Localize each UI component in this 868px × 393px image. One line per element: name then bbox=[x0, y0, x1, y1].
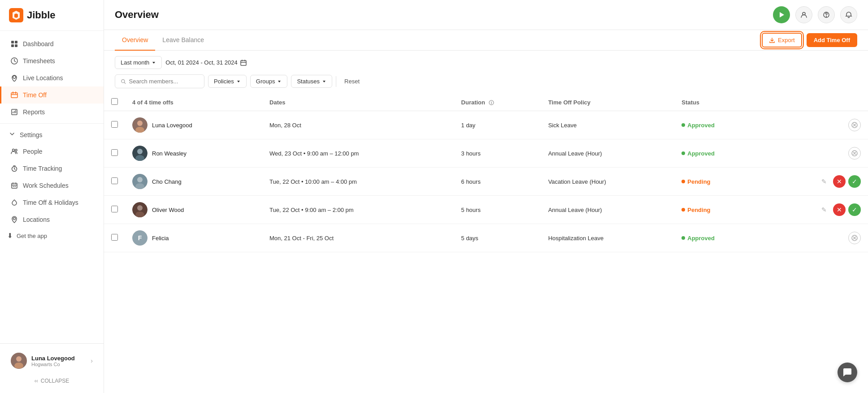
row-actions: ✎✕✓ bbox=[769, 203, 861, 216]
user-profile[interactable]: Luna Lovegood Hogwarts Co › bbox=[7, 349, 96, 372]
get-app-label: Get the app bbox=[17, 233, 47, 239]
duration-label: Duration bbox=[461, 99, 485, 106]
collapse-button[interactable]: ‹‹ COLLAPSE bbox=[7, 374, 96, 388]
member-cell: Oliver Wood bbox=[125, 196, 262, 224]
row-checkbox-cell bbox=[104, 168, 125, 196]
status-dot bbox=[681, 208, 685, 212]
sidebar-item-label: Time Tracking bbox=[23, 165, 62, 172]
filters-bar: Last month Oct, 01 2024 - Oct, 31 2024 bbox=[104, 51, 868, 74]
approve-action[interactable]: ✓ bbox=[848, 203, 861, 216]
status-badge: Approved bbox=[681, 150, 755, 157]
approve-action[interactable]: ✓ bbox=[848, 175, 861, 188]
table-header-row: 4 of 4 time offs Dates Duration Time Off… bbox=[104, 94, 868, 111]
avatar: F bbox=[132, 230, 148, 246]
policy-cell: Annual Leave (Hour) bbox=[541, 139, 675, 168]
sidebar-item-dashboard[interactable]: Dashboard bbox=[0, 35, 104, 52]
sidebar-item-reports[interactable]: Reports bbox=[0, 104, 104, 121]
policy-cell: Annual Leave (Hour) bbox=[541, 196, 675, 224]
status-dot bbox=[681, 180, 685, 183]
policy-cell: Hospitalization Leave bbox=[541, 224, 675, 252]
edit-action[interactable]: ✎ bbox=[818, 203, 830, 216]
row-checkbox[interactable] bbox=[111, 177, 118, 184]
sidebar-item-label: Work Schedules bbox=[23, 182, 69, 189]
tab-overview[interactable]: Overview bbox=[115, 30, 155, 51]
duration-cell: 5 days bbox=[454, 224, 541, 252]
svg-rect-3 bbox=[11, 44, 14, 47]
sidebar-item-work-schedules[interactable]: Work Schedules bbox=[0, 177, 104, 194]
svg-marker-17 bbox=[780, 12, 784, 17]
status-cell: Approved bbox=[674, 139, 762, 168]
period-label: Last month bbox=[121, 59, 149, 66]
dismiss-action[interactable] bbox=[848, 119, 861, 131]
chat-bubble[interactable] bbox=[838, 363, 857, 382]
sidebar-item-time-off-holidays[interactable]: Time Off & Holidays bbox=[0, 194, 104, 211]
play-button[interactable] bbox=[773, 6, 790, 23]
sidebar-item-people[interactable]: People bbox=[0, 143, 104, 160]
status-badge: Approved bbox=[681, 122, 755, 129]
status-dot bbox=[681, 151, 685, 155]
tabs-bar: Overview Leave Balance Export Add Time O… bbox=[104, 30, 868, 51]
dismiss-action[interactable] bbox=[848, 232, 861, 244]
row-checkbox[interactable] bbox=[111, 234, 118, 241]
dismiss-action[interactable] bbox=[848, 147, 861, 160]
dates-cell: Mon, 21 Oct - Fri, 25 Oct bbox=[262, 224, 454, 252]
sidebar-footer: Luna Lovegood Hogwarts Co › ‹‹ COLLAPSE bbox=[0, 343, 104, 393]
time-off-icon bbox=[10, 91, 18, 99]
settings-section-header[interactable]: Settings bbox=[0, 126, 104, 143]
status-dot bbox=[681, 123, 685, 127]
logo-area: Jibble bbox=[0, 0, 104, 31]
work-schedules-icon bbox=[10, 181, 18, 190]
sidebar-item-time-off[interactable]: Time Off bbox=[0, 86, 104, 104]
groups-filter[interactable]: Groups bbox=[250, 75, 288, 88]
reject-action[interactable]: ✕ bbox=[833, 175, 846, 188]
time-tracking-icon bbox=[10, 164, 18, 173]
reject-action[interactable]: ✕ bbox=[833, 203, 846, 216]
jibble-logo-icon bbox=[9, 8, 23, 22]
add-time-off-button[interactable]: Add Time Off bbox=[807, 33, 857, 47]
sidebar-item-live-locations[interactable]: Live Locations bbox=[0, 69, 104, 86]
reset-button[interactable]: Reset bbox=[340, 75, 364, 87]
statuses-filter[interactable]: Statuses bbox=[291, 75, 332, 88]
export-button[interactable]: Export bbox=[762, 33, 802, 48]
search-box[interactable] bbox=[115, 74, 204, 88]
get-app-link[interactable]: ⬇ Get the app bbox=[0, 228, 104, 243]
page-title: Overview bbox=[115, 9, 159, 21]
policies-filter[interactable]: Policies bbox=[208, 75, 247, 88]
table-row: Luna Lovegood Mon, 28 Oct 1 day Sick Lea… bbox=[104, 111, 868, 139]
table-row: Oliver Wood Tue, 22 Oct • 9:00 am – 2:00… bbox=[104, 196, 868, 224]
policy-cell: Sick Leave bbox=[541, 111, 675, 139]
reports-icon bbox=[10, 108, 18, 116]
sidebar-item-time-tracking[interactable]: Time Tracking bbox=[0, 160, 104, 177]
user-button[interactable] bbox=[795, 6, 812, 23]
avatar bbox=[132, 146, 148, 161]
settings-label: Settings bbox=[20, 131, 43, 138]
row-checkbox[interactable] bbox=[111, 149, 118, 156]
period-dropdown[interactable]: Last month bbox=[115, 56, 162, 69]
avatar bbox=[11, 353, 27, 369]
row-checkbox[interactable] bbox=[111, 206, 118, 212]
status-cell: Approved bbox=[674, 224, 762, 252]
page-header: Overview bbox=[104, 0, 868, 30]
svg-point-29 bbox=[137, 149, 143, 154]
svg-point-6 bbox=[13, 76, 16, 78]
edit-action[interactable]: ✎ bbox=[818, 175, 830, 188]
tab-leave-balance[interactable]: Leave Balance bbox=[155, 30, 211, 51]
svg-point-33 bbox=[137, 177, 143, 182]
status-badge: Approved bbox=[681, 235, 755, 242]
policy-header: Time Off Policy bbox=[541, 94, 675, 111]
search-icon bbox=[121, 78, 126, 85]
svg-rect-2 bbox=[15, 41, 17, 43]
sidebar-item-timesheets[interactable]: Timesheets bbox=[0, 52, 104, 69]
row-actions-cell: ✎✕✓ bbox=[762, 196, 868, 224]
help-button[interactable] bbox=[818, 6, 835, 23]
sidebar-item-locations[interactable]: Locations bbox=[0, 211, 104, 228]
notifications-button[interactable] bbox=[840, 6, 857, 23]
user-org: Hogwarts Co bbox=[31, 362, 86, 367]
search-input[interactable] bbox=[129, 78, 199, 85]
avatar bbox=[132, 174, 148, 189]
row-checkbox[interactable] bbox=[111, 121, 118, 128]
svg-rect-12 bbox=[12, 183, 17, 188]
select-all-checkbox[interactable] bbox=[111, 98, 118, 105]
select-all-header bbox=[104, 94, 125, 111]
sidebar-item-label: Dashboard bbox=[23, 40, 54, 48]
